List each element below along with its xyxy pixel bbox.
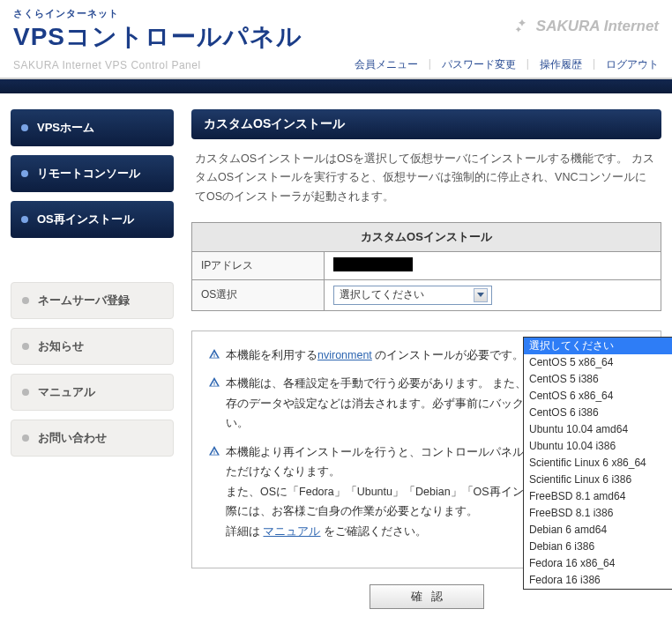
os-select[interactable]: 選択してください [333, 286, 492, 305]
bullet-icon [22, 343, 29, 350]
sidebar-item-contact[interactable]: お問い合わせ [11, 420, 174, 457]
os-option[interactable]: Ubuntu 10.04 amd64 [524, 421, 672, 438]
os-option[interactable]: CentOS 6 i386 [524, 405, 672, 421]
warning-icon [208, 376, 220, 388]
bullet-icon [22, 435, 29, 442]
blue-strip [0, 79, 672, 93]
os-option[interactable]: Fedora 16 i386 [524, 572, 672, 589]
sub-bar: SAKURA Internet VPS Control Panel 会員メニュー… [0, 54, 672, 79]
ip-address-redacted [333, 257, 413, 271]
ip-label: IPアドレス [192, 251, 325, 279]
bullet-icon [21, 170, 28, 177]
subbar-caption: SAKURA Internet VPS Control Panel [13, 59, 201, 71]
sidebar-item-label: お問い合わせ [38, 430, 107, 446]
os-option[interactable]: Scientific Linux 6 i386 [524, 472, 672, 488]
sidebar-item-label: VPSホーム [37, 120, 94, 136]
os-option[interactable]: 選択してください [524, 338, 672, 354]
os-option[interactable]: CentOS 6 x86_64 [524, 388, 672, 405]
os-option[interactable]: Debian 6 amd64 [524, 522, 672, 539]
sidebar-item-manual[interactable]: マニュアル [11, 374, 174, 411]
brand-right-text: SAKURA Internet [536, 18, 659, 35]
link-manual[interactable]: マニュアル [263, 525, 320, 538]
sidebar-item-news[interactable]: お知らせ [11, 328, 174, 365]
os-option[interactable]: FreeBSD 8.1 i386 [524, 505, 672, 522]
os-option[interactable]: FreeBSD 8.1 amd64 [524, 488, 672, 505]
top-menu-history[interactable]: 操作履歴 [540, 57, 582, 72]
warning-icon [208, 445, 220, 457]
os-cell: 選択してください [325, 279, 661, 310]
sakura-logo-icon [513, 18, 531, 35]
warning-icon [208, 348, 220, 360]
os-option[interactable]: CentOS 5 x86_64 [524, 354, 672, 371]
bullet-icon [21, 124, 28, 131]
sidebar-item-os-reinstall[interactable]: OS再インストール [11, 201, 174, 238]
sidebar-item-label: ネームサーバ登録 [38, 293, 130, 308]
sidebar-item-label: マニュアル [38, 384, 95, 400]
sidebar-item-label: OS再インストール [37, 212, 134, 227]
top-menu-password[interactable]: パスワード変更 [442, 57, 516, 72]
os-select-dropdown[interactable]: 選択してくださいCentOS 5 x86_64CentOS 5 i386Cent… [523, 337, 672, 590]
link-jre[interactable]: nvironment [317, 349, 372, 361]
os-option[interactable]: Scientific Linux 6 x86_64 [524, 455, 672, 472]
brand-right: SAKURA Internet [513, 18, 659, 35]
os-option[interactable]: Debian 6 i386 [524, 539, 672, 555]
bullet-icon [22, 297, 29, 304]
top-menu-logout[interactable]: ログアウト [606, 57, 659, 72]
top-menu: 会員メニュー| パスワード変更| 操作履歴| ログアウト [355, 57, 659, 72]
os-select-value: 選択してください [340, 287, 424, 302]
sidebar-item-label: リモートコンソール [37, 166, 140, 182]
os-label: OS選択 [192, 279, 325, 310]
page-lead: カスタムOSインストールはOSを選択して仮想サーバにインストールする機能です。 … [195, 150, 658, 206]
sidebar-item-label: お知らせ [38, 338, 84, 354]
bullet-icon [21, 216, 28, 223]
sidebar-item-remote-console[interactable]: リモートコンソール [11, 155, 174, 192]
main: カスタムOSインストール カスタムOSインストールはOSを選択して仮想サーバにイ… [191, 109, 661, 609]
top-menu-member[interactable]: 会員メニュー [355, 57, 418, 72]
os-option[interactable]: Ubuntu 10.04 i386 [524, 438, 672, 455]
chevron-down-icon[interactable] [474, 288, 488, 302]
page-title: カスタムOSインストール [191, 109, 661, 139]
bullet-icon [22, 389, 29, 396]
sidebar-item-vps-home[interactable]: VPSホーム [11, 109, 174, 146]
confirm-button[interactable]: 確認 [370, 584, 484, 609]
os-option[interactable]: CentOS 5 i386 [524, 371, 672, 388]
header: さくらインターネット VPSコントロールパネル SAKURA Internet [0, 0, 672, 54]
form-caption: カスタムOSインストール [192, 222, 661, 251]
os-option[interactable]: Fedora 16 x86_64 [524, 555, 672, 572]
sidebar: VPSホーム リモートコンソール OS再インストール ネームサーバ登録 お知らせ… [11, 109, 174, 609]
install-form-table: カスタムOSインストール IPアドレス OS選択 選択してください [191, 222, 661, 311]
sidebar-item-nameserver[interactable]: ネームサーバ登録 [11, 282, 174, 319]
ip-cell [325, 251, 661, 279]
